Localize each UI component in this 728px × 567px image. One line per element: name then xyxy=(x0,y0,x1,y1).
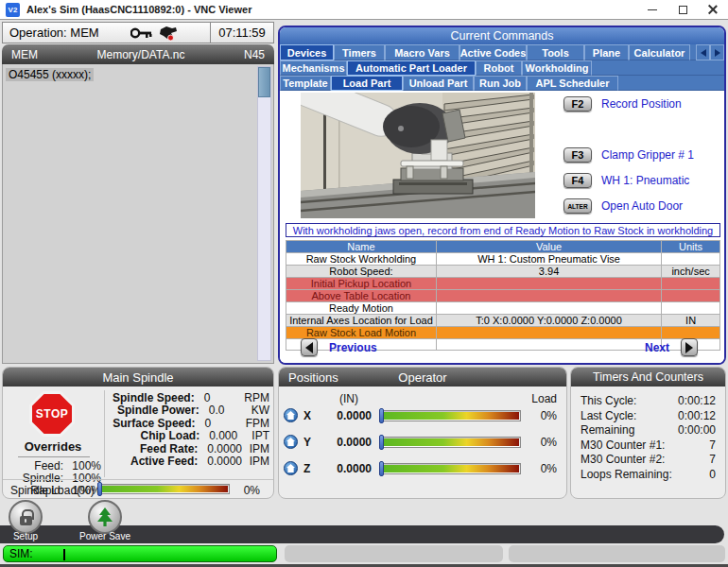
row-name: Raw Stock Workholding xyxy=(286,253,437,266)
row-units xyxy=(662,290,720,302)
tab-automatic-part-loader[interactable]: Automatic Part Loader xyxy=(347,60,476,76)
fkey-open-auto-door[interactable]: ALTER Open Auto Door xyxy=(563,198,683,214)
counter-m30-1: M30 Counter #1: 7 xyxy=(571,438,725,454)
counter-m30-2: M30 Counter #2: 7 xyxy=(571,453,725,468)
previous-label[interactable]: Previous xyxy=(329,341,377,354)
overrides-divider xyxy=(18,456,90,457)
program-panel: MEM Memory/DATA.nc N45 O45455 (xxxxx); xyxy=(2,44,274,364)
tab-tools[interactable]: Tools xyxy=(527,44,584,60)
fkey-record-position[interactable]: F2 Record Position xyxy=(563,96,682,112)
fkey-clamp-gripper[interactable]: F3 Clamp Gripper # 1 xyxy=(563,147,694,163)
program-scrollbar[interactable] xyxy=(257,66,271,361)
stat-value: 0 xyxy=(196,417,246,430)
robot-preview-image xyxy=(301,93,535,218)
tab-row-apl: Template Load Part Unload Part Run Job A… xyxy=(280,76,724,91)
units-header: (IN) xyxy=(339,392,358,405)
tab-calculator[interactable]: Calculator xyxy=(629,44,690,60)
timer-label: Remaining xyxy=(581,423,678,438)
row-value xyxy=(436,327,661,339)
tab-devices[interactable]: Devices xyxy=(280,44,334,60)
tab-scroll-left-button[interactable] xyxy=(696,44,710,60)
tab-timers[interactable]: Timers xyxy=(334,44,385,60)
timers-counters-panel: Timers And Counters This Cycle: 0:00:12 … xyxy=(570,367,726,499)
load-part-table: Name Value Units Raw Stock Workholding W… xyxy=(286,240,720,351)
row-units xyxy=(662,302,720,315)
f4-key-icon[interactable]: F4 xyxy=(563,173,592,188)
timer-last-cycle: Last Cycle: 0:00:12 xyxy=(571,409,725,424)
close-button[interactable] xyxy=(698,0,728,19)
table-row[interactable]: Above Table Location xyxy=(286,290,720,302)
table-header-row: Name Value Units xyxy=(286,241,720,253)
stat-units: IPT xyxy=(251,429,269,442)
previous-button[interactable] xyxy=(301,338,318,356)
tab-unload-part[interactable]: Unload Part xyxy=(403,76,474,91)
positions-panel: Positions Operator (IN) Load X 0.0000 0%… xyxy=(278,367,567,499)
tab-macro-vars[interactable]: Macro Vars xyxy=(385,44,459,60)
text-caret xyxy=(63,549,65,560)
tab-mechanisms[interactable]: Mechanisms xyxy=(280,60,347,76)
sim-input-bar[interactable]: SIM: xyxy=(3,545,277,562)
instruction-banner: With workholding jaws open, record from … xyxy=(286,223,720,237)
row-name: Ready Motion xyxy=(286,302,437,315)
program-editor[interactable]: O45455 (xxxxx); xyxy=(2,64,274,364)
tab-workholding[interactable]: Workholding xyxy=(522,60,592,76)
row-name: Raw Stock Load Motion xyxy=(286,327,437,339)
table-row[interactable]: Ready Motion xyxy=(286,302,720,315)
table-row[interactable]: Initial Pickup Location xyxy=(286,278,720,290)
row-value: 3.94 xyxy=(436,266,661,278)
tab-template[interactable]: Template xyxy=(280,76,331,91)
row-name: Robot Speed: xyxy=(286,266,437,278)
alter-key-icon[interactable]: ALTER xyxy=(563,198,592,214)
timer-value: 0 xyxy=(709,468,716,483)
status-bar-middle xyxy=(285,545,503,562)
axis-row-z: Z 0.0000 0% xyxy=(279,460,566,477)
tab-plane[interactable]: Plane xyxy=(584,44,629,60)
timer-remaining: Remaining 0:00:00 xyxy=(571,423,725,438)
table-row[interactable]: Raw Stock Workholding WH 1: Custom Pneum… xyxy=(286,253,720,266)
row-value: WH 1: Custom Pneumatic Vise xyxy=(436,253,661,266)
tab-scroll-right-button[interactable] xyxy=(710,44,724,60)
axis-load-bar xyxy=(379,410,521,421)
table-row[interactable]: Robot Speed: 3.94 inch/sec xyxy=(286,266,720,278)
axis-letter: X xyxy=(303,409,311,422)
tab-apl-scheduler[interactable]: APL Scheduler xyxy=(527,76,618,91)
axis-load-value: 0% xyxy=(541,462,557,475)
positions-title: Positions xyxy=(288,370,338,385)
tab-robot[interactable]: Robot xyxy=(476,60,522,76)
stop-sign-icon: STOP xyxy=(29,391,75,437)
timer-value: 7 xyxy=(709,453,716,468)
program-code-line[interactable]: O45455 (xxxxx); xyxy=(6,68,94,81)
f3-key-icon[interactable]: F3 xyxy=(563,147,592,163)
fkey-label: Clamp Gripper # 1 xyxy=(601,148,694,162)
fkey-workholding[interactable]: F4 WH 1: Pneumatic xyxy=(563,173,689,188)
spindle-load-bar xyxy=(97,484,230,494)
stat-label: Chip Load: xyxy=(107,429,199,442)
power-save-label: Power Save xyxy=(74,531,136,541)
column-header-name: Name xyxy=(286,241,437,253)
scroll-right-icon xyxy=(715,49,720,57)
setup-button[interactable] xyxy=(9,500,43,534)
next-button[interactable] xyxy=(681,338,698,356)
tab-load-part[interactable]: Load Part xyxy=(331,76,403,91)
minimize-icon xyxy=(648,9,657,10)
counter-loops-remaining: Loops Remaining: 0 xyxy=(571,468,725,483)
load-gradient xyxy=(99,486,228,492)
table-row-selected[interactable]: Raw Stock Load Motion xyxy=(286,327,720,339)
maximize-icon xyxy=(679,6,687,14)
spindle-load-strip: Spindle Load(%) 0% xyxy=(3,479,273,498)
maximize-button[interactable] xyxy=(667,0,698,19)
row-value xyxy=(436,278,661,290)
tab-run-job[interactable]: Run Job xyxy=(474,76,527,91)
stat-feed-rate: Feed Rate: 0.0000 IPM xyxy=(107,442,269,455)
power-save-button[interactable] xyxy=(88,500,122,534)
tab-active-codes[interactable]: Active Codes xyxy=(459,44,527,60)
stat-surface-speed: Surface Speed: 0 FPM xyxy=(107,417,269,430)
load-header: Load xyxy=(531,392,557,405)
f2-key-icon[interactable]: F2 xyxy=(563,96,592,112)
next-label[interactable]: Next xyxy=(645,341,669,354)
stat-active-feed: Active Feed: 0.0000 IPM xyxy=(107,455,269,469)
load-handle xyxy=(97,482,102,496)
minimize-button[interactable] xyxy=(637,0,667,19)
program-scrollbar-thumb[interactable] xyxy=(258,67,270,97)
table-row[interactable]: Internal Axes Location for Load T:0 X:0.… xyxy=(286,315,720,327)
